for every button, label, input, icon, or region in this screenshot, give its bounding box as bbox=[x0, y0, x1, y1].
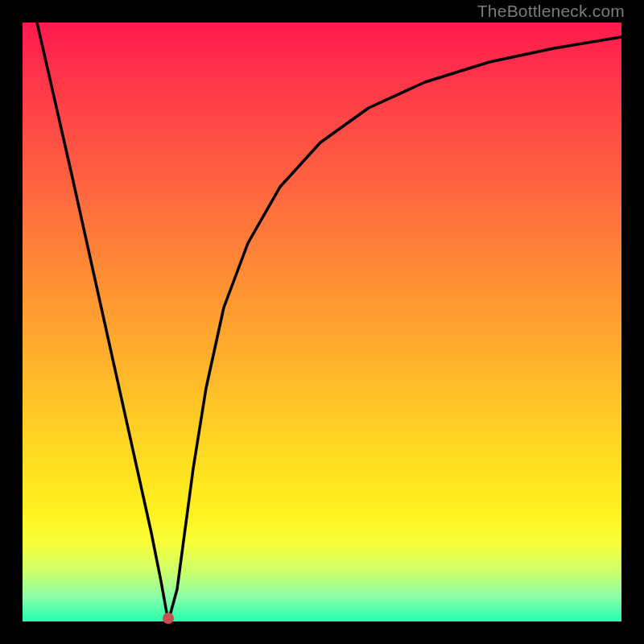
bottleneck-curve bbox=[23, 23, 621, 621]
minimum-marker bbox=[163, 613, 174, 624]
plot-area bbox=[23, 23, 621, 621]
watermark: TheBottleneck.com bbox=[477, 2, 625, 21]
chart-frame: TheBottleneck.com bbox=[0, 0, 644, 644]
